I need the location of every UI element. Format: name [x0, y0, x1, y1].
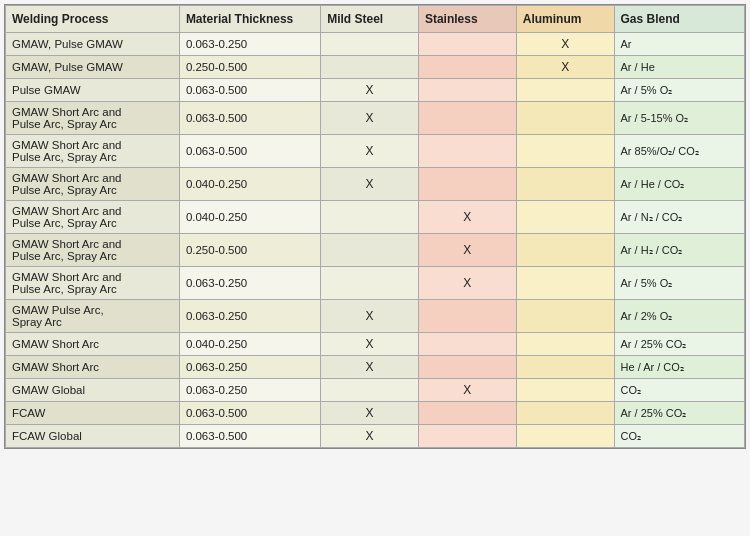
- cell-r7-c4: [516, 234, 614, 267]
- cell-r3-c2: X: [321, 102, 419, 135]
- cell-r14-c5: CO₂: [614, 425, 744, 448]
- cell-r9-c3: [418, 300, 516, 333]
- cell-r13-c2: X: [321, 402, 419, 425]
- cell-r3-c1: 0.063-0.500: [179, 102, 320, 135]
- cell-r8-c0: GMAW Short Arc andPulse Arc, Spray Arc: [6, 267, 180, 300]
- cell-r6-c2: [321, 201, 419, 234]
- table-row: GMAW Short Arc andPulse Arc, Spray Arc0.…: [6, 201, 745, 234]
- column-header-1: Material Thickness: [179, 6, 320, 33]
- cell-r12-c2: [321, 379, 419, 402]
- cell-r0-c2: [321, 33, 419, 56]
- cell-r7-c5: Ar / H₂ / CO₂: [614, 234, 744, 267]
- cell-r11-c2: X: [321, 356, 419, 379]
- cell-r14-c2: X: [321, 425, 419, 448]
- cell-r5-c4: [516, 168, 614, 201]
- cell-r9-c0: GMAW Pulse Arc,Spray Arc: [6, 300, 180, 333]
- cell-r11-c1: 0.063-0.250: [179, 356, 320, 379]
- cell-r9-c4: [516, 300, 614, 333]
- cell-r0-c4: X: [516, 33, 614, 56]
- column-header-5: Gas Blend: [614, 6, 744, 33]
- cell-r1-c1: 0.250-0.500: [179, 56, 320, 79]
- cell-r1-c2: [321, 56, 419, 79]
- cell-r13-c3: [418, 402, 516, 425]
- table-row: Pulse GMAW0.063-0.500XAr / 5% O₂: [6, 79, 745, 102]
- cell-r9-c5: Ar / 2% O₂: [614, 300, 744, 333]
- cell-r12-c5: CO₂: [614, 379, 744, 402]
- cell-r7-c0: GMAW Short Arc andPulse Arc, Spray Arc: [6, 234, 180, 267]
- cell-r2-c0: Pulse GMAW: [6, 79, 180, 102]
- cell-r10-c0: GMAW Short Arc: [6, 333, 180, 356]
- cell-r12-c1: 0.063-0.250: [179, 379, 320, 402]
- cell-r1-c3: [418, 56, 516, 79]
- cell-r3-c5: Ar / 5-15% O₂: [614, 102, 744, 135]
- cell-r2-c1: 0.063-0.500: [179, 79, 320, 102]
- cell-r5-c2: X: [321, 168, 419, 201]
- table-row: GMAW Short Arc andPulse Arc, Spray Arc0.…: [6, 168, 745, 201]
- cell-r6-c5: Ar / N₂ / CO₂: [614, 201, 744, 234]
- table-row: GMAW Short Arc andPulse Arc, Spray Arc0.…: [6, 135, 745, 168]
- cell-r14-c4: [516, 425, 614, 448]
- cell-r7-c2: [321, 234, 419, 267]
- cell-r4-c4: [516, 135, 614, 168]
- cell-r13-c1: 0.063-0.500: [179, 402, 320, 425]
- cell-r6-c0: GMAW Short Arc andPulse Arc, Spray Arc: [6, 201, 180, 234]
- table-row: FCAW Global0.063-0.500XCO₂: [6, 425, 745, 448]
- cell-r14-c1: 0.063-0.500: [179, 425, 320, 448]
- cell-r11-c5: He / Ar / CO₂: [614, 356, 744, 379]
- table-row: GMAW Global0.063-0.250XCO₂: [6, 379, 745, 402]
- cell-r7-c3: X: [418, 234, 516, 267]
- cell-r13-c5: Ar / 25% CO₂: [614, 402, 744, 425]
- column-header-2: Mild Steel: [321, 6, 419, 33]
- cell-r5-c3: [418, 168, 516, 201]
- cell-r6-c3: X: [418, 201, 516, 234]
- cell-r8-c1: 0.063-0.250: [179, 267, 320, 300]
- cell-r3-c4: [516, 102, 614, 135]
- cell-r2-c3: [418, 79, 516, 102]
- cell-r11-c4: [516, 356, 614, 379]
- column-header-3: Stainless: [418, 6, 516, 33]
- cell-r14-c0: FCAW Global: [6, 425, 180, 448]
- cell-r14-c3: [418, 425, 516, 448]
- cell-r12-c4: [516, 379, 614, 402]
- table-row: GMAW Short Arc0.063-0.250XHe / Ar / CO₂: [6, 356, 745, 379]
- cell-r4-c5: Ar 85%/O₂/ CO₂: [614, 135, 744, 168]
- cell-r10-c1: 0.040-0.250: [179, 333, 320, 356]
- cell-r8-c5: Ar / 5% O₂: [614, 267, 744, 300]
- cell-r1-c5: Ar / He: [614, 56, 744, 79]
- cell-r6-c1: 0.040-0.250: [179, 201, 320, 234]
- cell-r9-c2: X: [321, 300, 419, 333]
- cell-r8-c4: [516, 267, 614, 300]
- cell-r2-c4: [516, 79, 614, 102]
- cell-r3-c0: GMAW Short Arc andPulse Arc, Spray Arc: [6, 102, 180, 135]
- cell-r4-c3: [418, 135, 516, 168]
- cell-r7-c1: 0.250-0.500: [179, 234, 320, 267]
- cell-r12-c0: GMAW Global: [6, 379, 180, 402]
- cell-r4-c2: X: [321, 135, 419, 168]
- cell-r10-c3: [418, 333, 516, 356]
- cell-r10-c2: X: [321, 333, 419, 356]
- welding-table: Welding ProcessMaterial ThicknessMild St…: [4, 4, 746, 449]
- table-row: FCAW0.063-0.500XAr / 25% CO₂: [6, 402, 745, 425]
- cell-r0-c5: Ar: [614, 33, 744, 56]
- cell-r11-c0: GMAW Short Arc: [6, 356, 180, 379]
- cell-r5-c0: GMAW Short Arc andPulse Arc, Spray Arc: [6, 168, 180, 201]
- cell-r1-c4: X: [516, 56, 614, 79]
- cell-r2-c2: X: [321, 79, 419, 102]
- cell-r1-c0: GMAW, Pulse GMAW: [6, 56, 180, 79]
- cell-r13-c0: FCAW: [6, 402, 180, 425]
- cell-r12-c3: X: [418, 379, 516, 402]
- table-row: GMAW Pulse Arc,Spray Arc0.063-0.250XAr /…: [6, 300, 745, 333]
- cell-r8-c3: X: [418, 267, 516, 300]
- cell-r6-c4: [516, 201, 614, 234]
- table-row: GMAW Short Arc0.040-0.250XAr / 25% CO₂: [6, 333, 745, 356]
- cell-r0-c1: 0.063-0.250: [179, 33, 320, 56]
- cell-r0-c3: [418, 33, 516, 56]
- cell-r5-c5: Ar / He / CO₂: [614, 168, 744, 201]
- table-row: GMAW Short Arc andPulse Arc, Spray Arc0.…: [6, 267, 745, 300]
- cell-r5-c1: 0.040-0.250: [179, 168, 320, 201]
- cell-r11-c3: [418, 356, 516, 379]
- cell-r10-c4: [516, 333, 614, 356]
- cell-r4-c0: GMAW Short Arc andPulse Arc, Spray Arc: [6, 135, 180, 168]
- cell-r10-c5: Ar / 25% CO₂: [614, 333, 744, 356]
- cell-r9-c1: 0.063-0.250: [179, 300, 320, 333]
